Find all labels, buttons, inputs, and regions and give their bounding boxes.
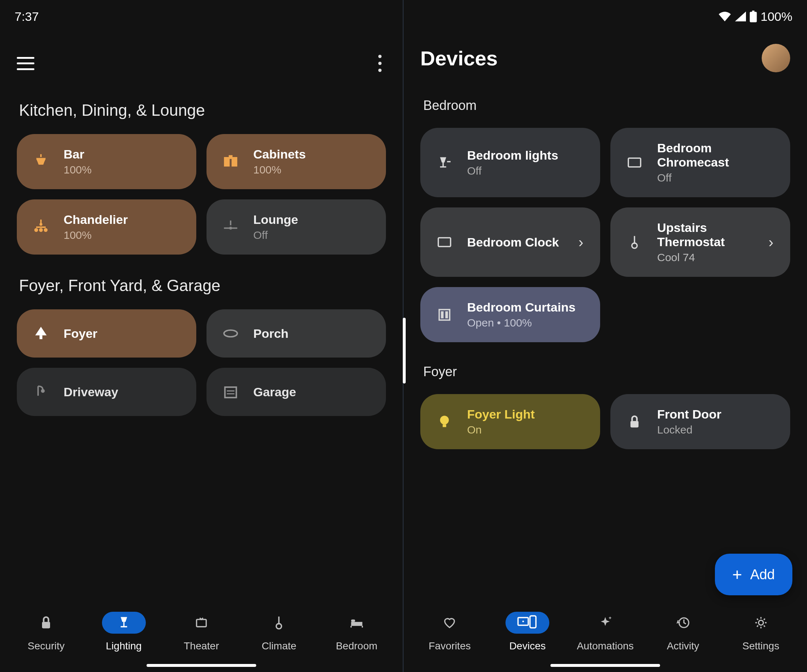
nav-bedroom[interactable]: Bedroom	[325, 612, 388, 652]
nav-favorites[interactable]: Favorites	[418, 612, 481, 652]
tile-status: Off	[467, 165, 558, 177]
nav-label: Lighting	[106, 640, 142, 652]
fan-icon	[220, 216, 242, 238]
device-tile[interactable]: Bedroom Curtains Open • 100%	[420, 287, 600, 342]
nav-theater[interactable]: Theater	[170, 612, 232, 652]
device-tile[interactable]: Bar 100%	[17, 134, 196, 189]
device-tile[interactable]: Cabinets 100%	[206, 134, 386, 189]
device-tile[interactable]: Lounge Off	[206, 199, 386, 255]
curtains-icon	[433, 304, 455, 326]
svg-point-3	[34, 228, 38, 232]
tile-name: Front Door	[657, 407, 721, 422]
tile-status: Locked	[657, 424, 721, 436]
garage-icon	[220, 381, 242, 403]
svg-point-25	[440, 415, 449, 424]
svg-rect-17	[750, 12, 757, 22]
svg-rect-18	[752, 11, 754, 12]
device-tile[interactable]: Front Door Locked	[610, 394, 790, 449]
svg-rect-13	[197, 619, 206, 627]
svg-rect-2	[229, 155, 232, 159]
tile-name: Cabinets	[253, 147, 306, 161]
nav-label: Favorites	[429, 640, 471, 652]
svg-point-4	[39, 228, 43, 232]
tile-status: Off	[657, 172, 777, 184]
status-bar: 100%	[404, 0, 807, 33]
svg-rect-29	[530, 616, 536, 628]
bulb-down-icon	[30, 323, 52, 344]
tv-rect-icon	[624, 152, 646, 174]
nav-label: Climate	[262, 640, 296, 652]
nav-lighting[interactable]: Lighting	[93, 612, 155, 652]
battery-percent: 100%	[761, 10, 792, 24]
device-tile[interactable]: Chandelier 100%	[17, 199, 196, 255]
nav-label: Devices	[509, 640, 546, 652]
section-label: Foyer	[423, 364, 790, 379]
tile-name: Chandelier	[63, 213, 128, 227]
lamp-icon	[102, 612, 146, 634]
device-tile[interactable]: Foyer	[17, 310, 196, 358]
nav-label: Settings	[742, 640, 779, 652]
svg-rect-22	[439, 310, 450, 320]
scroll-indicator	[403, 318, 406, 384]
nav-automations[interactable]: Automations	[574, 612, 636, 652]
thermo-icon	[624, 231, 646, 253]
devices-icon	[505, 612, 549, 634]
tile-status: On	[467, 424, 535, 436]
tile-name: Upstairs Thermostat	[657, 220, 757, 249]
tile-name: Foyer Light	[467, 407, 535, 422]
tile-status: Off	[253, 229, 298, 242]
gesture-bar	[146, 664, 256, 667]
nav-label: Security	[28, 640, 65, 652]
page-title: Devices	[420, 46, 498, 70]
nav-devices[interactable]: Devices	[496, 612, 558, 652]
nav-label: Theater	[184, 640, 219, 652]
tile-status: 100%	[63, 229, 128, 242]
tile-name: Bedroom Curtains	[467, 300, 576, 314]
nav-label: Activity	[667, 640, 699, 652]
thermo-icon	[257, 612, 301, 634]
tile-name: Bedroom Clock	[467, 235, 559, 250]
device-tile[interactable]: Garage	[206, 368, 386, 416]
tile-name: Lounge	[253, 213, 298, 227]
lock-icon	[624, 411, 646, 433]
svg-rect-27	[631, 421, 639, 427]
overflow-icon[interactable]	[378, 55, 386, 72]
svg-point-9	[224, 330, 237, 337]
device-tile[interactable]: Bedroom Chromecast Off	[610, 128, 790, 197]
signal-icon	[735, 11, 746, 22]
lock-icon	[24, 612, 68, 634]
nav-climate[interactable]: Climate	[248, 612, 310, 652]
svg-rect-26	[443, 424, 446, 427]
history-icon	[661, 612, 705, 634]
svg-point-10	[41, 389, 45, 392]
tile-status: 100%	[253, 164, 306, 176]
device-tile[interactable]: Bedroom Clock ›	[420, 207, 600, 277]
device-tile[interactable]: Driveway	[17, 368, 196, 416]
avatar[interactable]	[762, 44, 790, 72]
nav-settings[interactable]: Settings	[730, 612, 792, 652]
menu-icon[interactable]	[17, 57, 34, 70]
tile-name: Porch	[253, 326, 288, 341]
status-time: 7:37	[15, 10, 39, 24]
tile-status: 100%	[63, 164, 92, 176]
device-tile[interactable]: Foyer Light On	[420, 394, 600, 449]
svg-rect-24	[445, 311, 448, 318]
svg-rect-11	[225, 387, 236, 398]
svg-rect-20	[438, 238, 451, 247]
device-tile[interactable]: Upstairs Thermostat Cool 74 ›	[610, 207, 790, 277]
tile-name: Garage	[253, 385, 296, 399]
nav-security[interactable]: Security	[15, 612, 77, 652]
heart-icon	[428, 612, 472, 634]
svg-rect-19	[628, 158, 641, 167]
svg-point-30	[522, 621, 524, 622]
tile-name: Foyer	[63, 326, 98, 341]
device-tile[interactable]: Bedroom lights Off	[420, 128, 600, 197]
lamp-post-icon	[30, 381, 52, 403]
tile-name: Driveway	[63, 385, 118, 399]
device-tile[interactable]: Porch	[206, 310, 386, 358]
chevron-right-icon: ›	[579, 234, 587, 250]
nav-activity[interactable]: Activity	[652, 612, 714, 652]
add-button[interactable]: + Add	[715, 554, 793, 595]
status-bar: 7:37	[0, 0, 403, 33]
tv-icon	[179, 612, 223, 634]
